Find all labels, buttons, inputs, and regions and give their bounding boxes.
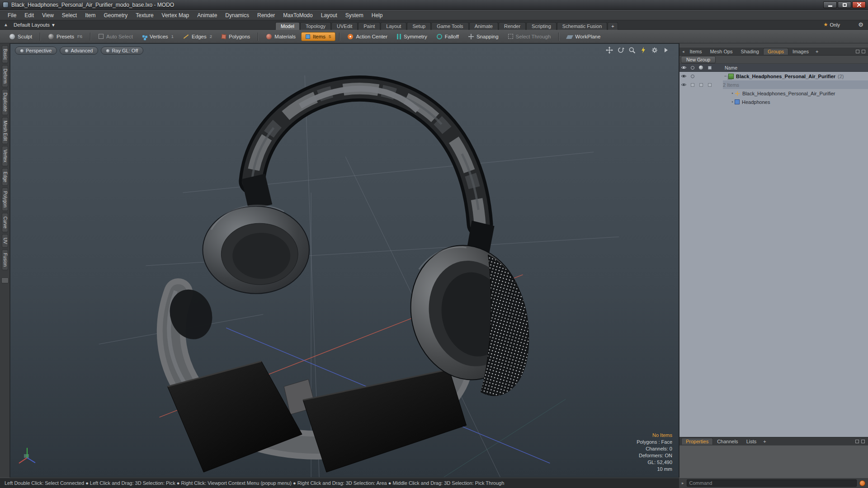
- layout-up-icon[interactable]: ▲: [4, 22, 8, 27]
- layout-selector[interactable]: Default Layouts ▾: [14, 22, 55, 28]
- toolbox-tab-deform[interactable]: Deform: [2, 65, 8, 87]
- menu-file[interactable]: File: [4, 11, 20, 19]
- layout-gear-icon[interactable]: ⚙: [858, 21, 863, 28]
- menu-view[interactable]: View: [38, 11, 58, 19]
- raygl-button[interactable]: Ray GL: Off: [101, 47, 143, 55]
- menu-texture[interactable]: Texture: [132, 11, 157, 19]
- sculpt-button[interactable]: Sculpt: [5, 33, 36, 41]
- tab-model[interactable]: Model: [275, 22, 300, 30]
- falloff-button[interactable]: Falloff: [433, 33, 463, 41]
- menu-item[interactable]: Item: [81, 11, 99, 19]
- tab-images[interactable]: Images: [788, 48, 813, 55]
- add-properties-tab-button[interactable]: +: [760, 438, 769, 445]
- select-through-button[interactable]: Select Through: [504, 33, 555, 41]
- tab-scripting[interactable]: Scripting: [526, 22, 557, 30]
- minimize-button[interactable]: [823, 1, 837, 8]
- tab-properties[interactable]: Properties: [681, 438, 713, 445]
- zoom-icon[interactable]: [628, 47, 636, 54]
- menu-dynamics[interactable]: Dynamics: [221, 11, 253, 19]
- raygl-lightning-icon[interactable]: [640, 47, 647, 54]
- maximize-button[interactable]: [838, 1, 851, 8]
- tab-render[interactable]: Render: [499, 22, 526, 30]
- tree-row-items-count[interactable]: 2 Items: [679, 80, 868, 89]
- toolbox-palette-icon[interactable]: [1, 277, 9, 283]
- viewport-settings-gear-icon[interactable]: [651, 47, 658, 54]
- row-visibility-eye-icon[interactable]: [679, 83, 688, 87]
- edges-mode-button[interactable]: Edges2: [179, 33, 216, 41]
- new-group-button[interactable]: New Group: [681, 56, 716, 63]
- menu-system[interactable]: System: [341, 11, 368, 19]
- close-button[interactable]: [852, 1, 866, 8]
- lock-column-icon[interactable]: [705, 66, 714, 70]
- render-column-icon[interactable]: [688, 66, 697, 70]
- panel-expand-icon[interactable]: [856, 50, 859, 53]
- tab-items[interactable]: Items: [686, 48, 706, 55]
- toolbox-tab-basic[interactable]: Basic: [2, 45, 8, 63]
- menu-layout[interactable]: Layout: [317, 11, 341, 19]
- menu-vertex-map[interactable]: Vertex Map: [158, 11, 193, 19]
- orbit-icon[interactable]: [617, 47, 624, 54]
- materials-mode-button[interactable]: Materials: [262, 33, 300, 41]
- expander-icon[interactable]: −: [723, 74, 728, 79]
- viewport-menu-arrow-icon[interactable]: [662, 47, 670, 54]
- properties-gear-icon[interactable]: [861, 440, 865, 443]
- tab-lists[interactable]: Lists: [742, 438, 761, 445]
- panel-collapse-icon[interactable]: ◂: [682, 49, 684, 54]
- row-checkbox[interactable]: [705, 83, 714, 87]
- action-center-button[interactable]: Action Center: [344, 33, 392, 41]
- polygons-mode-button[interactable]: Polygons: [217, 33, 254, 41]
- tab-shading[interactable]: Shading: [737, 48, 763, 55]
- toolbox-tab-polygon[interactable]: Polygon: [2, 188, 8, 211]
- toolbox-tab-edge[interactable]: Edge: [2, 168, 8, 186]
- menu-help[interactable]: Help: [368, 11, 387, 19]
- row-visibility-eye-icon[interactable]: [679, 74, 688, 78]
- menu-animate[interactable]: Animate: [193, 11, 221, 19]
- row-render-icon[interactable]: [688, 75, 697, 78]
- workplane-button[interactable]: WorkPlane: [563, 33, 604, 41]
- shade-column-icon[interactable]: [697, 66, 705, 70]
- vertices-mode-button[interactable]: Vertices1: [138, 33, 178, 41]
- tab-paint[interactable]: Paint: [358, 22, 380, 30]
- toolbox-tab-fusion[interactable]: Fusion: [2, 249, 8, 270]
- tab-mesh-ops[interactable]: Mesh Ops: [706, 48, 736, 55]
- panel-options-icon[interactable]: [862, 50, 865, 53]
- properties-expand-icon[interactable]: [855, 440, 859, 443]
- toolbox-tab-curve[interactable]: Curve: [2, 213, 8, 232]
- tree-row-item[interactable]: • Headphones: [679, 98, 868, 106]
- command-indicator-icon[interactable]: [859, 480, 865, 486]
- tree-header-name[interactable]: Name: [725, 65, 737, 70]
- symmetry-button[interactable]: Symmetry: [393, 33, 431, 41]
- presets-button[interactable]: PresetsF6: [44, 33, 86, 41]
- visibility-column-icon[interactable]: [679, 66, 688, 70]
- menu-edit[interactable]: Edit: [20, 11, 38, 19]
- menu-select[interactable]: Select: [58, 11, 81, 19]
- menu-maxtomodo[interactable]: MaxToModo: [279, 11, 316, 19]
- viewport-3d-scene[interactable]: [10, 44, 679, 477]
- tab-game-tools[interactable]: Game Tools: [431, 22, 469, 30]
- tab-topology[interactable]: Topology: [300, 22, 331, 30]
- tab-animate[interactable]: Animate: [469, 22, 498, 30]
- row-checkbox[interactable]: [688, 83, 697, 87]
- tab-uvedit[interactable]: UVEdit: [331, 22, 358, 30]
- 3d-viewport[interactable]: Perspective Advanced Ray GL: Off No Item…: [10, 43, 679, 478]
- pan-icon[interactable]: [606, 47, 613, 54]
- snapping-button[interactable]: Snapping: [464, 33, 503, 41]
- tab-setup[interactable]: Setup: [407, 22, 431, 30]
- auto-select-button[interactable]: Auto Select: [94, 33, 137, 41]
- tab-channels[interactable]: Channels: [713, 438, 742, 445]
- add-layout-tab-button[interactable]: +: [608, 22, 618, 30]
- menu-geometry[interactable]: Geometry: [100, 11, 132, 19]
- command-input[interactable]: [687, 479, 857, 487]
- add-panel-tab-button[interactable]: +: [813, 48, 821, 55]
- toolbox-tab-vertex[interactable]: Vertex: [2, 146, 8, 166]
- menu-render[interactable]: Render: [253, 11, 279, 19]
- toolbox-tab-uv[interactable]: UV: [2, 234, 8, 248]
- view-type-button[interactable]: Perspective: [15, 47, 57, 55]
- tab-layout[interactable]: Layout: [381, 22, 406, 30]
- tree-row-item[interactable]: • Black_Headphones_Personal_Air_Purifier: [679, 89, 868, 98]
- items-mode-button[interactable]: Items5: [301, 32, 335, 41]
- toolbox-tab-mesh-edit[interactable]: Mesh Edit: [2, 117, 8, 144]
- only-toggle[interactable]: ★ Only: [824, 22, 840, 28]
- tab-schematic-fusion[interactable]: Schematic Fusion: [557, 22, 607, 30]
- tree-row-group[interactable]: − Black_Headphones_Personal_Air_Purifier…: [679, 72, 868, 80]
